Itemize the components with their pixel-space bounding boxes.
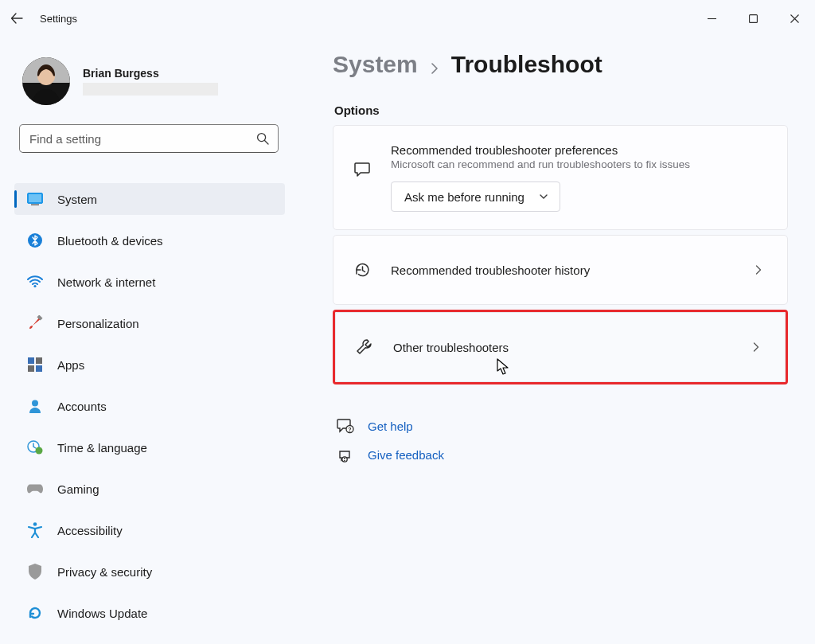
svg-text:?: ? (348, 427, 351, 432)
bluetooth-icon (27, 232, 43, 248)
svg-point-18 (36, 447, 43, 455)
nav-item-accounts[interactable]: Accounts (14, 390, 285, 422)
sidebar: Brian Burgess System (0, 37, 294, 644)
nav-item-system[interactable]: System (14, 183, 285, 215)
profile-name: Brian Burgess (83, 67, 218, 81)
section-title-options: Options (334, 103, 788, 117)
nav-label: Network & internet (57, 275, 155, 289)
nav-item-accessibility[interactable]: Accessibility (14, 514, 285, 546)
svg-rect-15 (36, 365, 42, 372)
svg-rect-8 (31, 205, 39, 206)
nav-item-network[interactable]: Network & internet (14, 266, 285, 298)
update-icon (27, 605, 43, 621)
svg-rect-7 (29, 194, 41, 202)
breadcrumb-root[interactable]: System (333, 51, 418, 78)
card-title: Recommended troubleshooter preferences (391, 143, 768, 157)
close-icon (790, 14, 799, 23)
system-icon (27, 191, 43, 207)
link-text[interactable]: Get help (368, 420, 413, 433)
history-icon (353, 261, 372, 279)
titlebar: Settings (0, 0, 815, 37)
profile-block[interactable]: Brian Burgess (0, 37, 293, 124)
nav-label: Personalization (57, 317, 139, 330)
nav-item-gaming[interactable]: Gaming (14, 473, 285, 505)
person-icon (27, 398, 43, 414)
annotation-highlight: Other troubleshooters (333, 310, 788, 384)
apps-icon (27, 357, 43, 373)
minimize-button[interactable] (691, 0, 732, 37)
dropdown-value: Ask me before running (404, 190, 524, 204)
app-title: Settings (40, 13, 77, 25)
nav-item-privacy[interactable]: Privacy & security (14, 556, 285, 587)
wrench-icon (355, 338, 374, 357)
search-input[interactable] (19, 124, 279, 153)
maximize-icon (749, 14, 758, 23)
link-text[interactable]: Give feedback (368, 448, 444, 462)
nav-list: System Bluetooth & devices Network & int… (0, 183, 293, 638)
nav-label: Gaming (57, 482, 99, 496)
svg-point-10 (33, 285, 36, 287)
nav-label: Windows Update (57, 607, 147, 620)
svg-rect-14 (28, 365, 34, 372)
gamepad-icon (27, 481, 43, 497)
chat-icon (353, 161, 372, 178)
troubleshooter-preference-dropdown[interactable]: Ask me before running (391, 181, 560, 212)
card-title: Other troubleshooters (393, 341, 727, 354)
minimize-icon (708, 14, 716, 23)
card-other-troubleshooters[interactable]: Other troubleshooters (335, 312, 786, 382)
give-feedback-link[interactable]: Give feedback (333, 440, 788, 469)
chevron-right-icon (747, 342, 766, 353)
chevron-down-icon (539, 192, 548, 201)
help-icon: ? (336, 418, 355, 434)
close-button[interactable] (774, 0, 815, 37)
chevron-right-icon (749, 264, 768, 275)
nav-label: Apps (57, 358, 84, 372)
search-box[interactable] (19, 124, 279, 153)
nav-label: Privacy & security (57, 565, 152, 579)
svg-rect-12 (28, 357, 34, 364)
brush-icon (27, 315, 43, 331)
shield-icon (27, 564, 43, 580)
nav-item-personalization[interactable]: Personalization (14, 307, 285, 339)
maximize-button[interactable] (732, 0, 774, 37)
wifi-icon (27, 274, 43, 290)
card-title: Recommended troubleshooter history (391, 263, 730, 277)
clock-globe-icon (27, 439, 43, 455)
nav-label: Accounts (57, 400, 107, 413)
nav-item-apps[interactable]: Apps (14, 349, 285, 381)
get-help-link[interactable]: ? Get help (333, 412, 788, 440)
nav-item-windows-update[interactable]: Windows Update (14, 597, 285, 629)
accessibility-icon (27, 522, 43, 538)
back-button[interactable] (0, 0, 33, 37)
card-subtitle: Microsoft can recommend and run troubles… (391, 158, 768, 170)
back-arrow-icon (10, 12, 23, 25)
svg-point-19 (33, 522, 37, 526)
nav-item-time-language[interactable]: Time & language (14, 431, 285, 463)
avatar (22, 57, 70, 105)
main-panel: System Troubleshoot Options Recommended … (294, 37, 815, 644)
breadcrumb-leaf: Troubleshoot (451, 51, 602, 78)
footer-links: ? Get help Give feedback (333, 412, 788, 469)
svg-rect-13 (36, 357, 42, 364)
feedback-icon (336, 447, 355, 463)
card-troubleshooter-history[interactable]: Recommended troubleshooter history (333, 235, 788, 305)
svg-rect-0 (749, 14, 757, 22)
nav-label: Accessibility (57, 524, 123, 537)
search-icon (256, 132, 269, 145)
chevron-right-icon (429, 61, 440, 72)
nav-label: System (57, 193, 97, 206)
nav-label: Bluetooth & devices (57, 234, 163, 248)
profile-email (83, 83, 218, 96)
nav-label: Time & language (57, 441, 147, 455)
svg-point-23 (344, 458, 345, 459)
nav-item-bluetooth[interactable]: Bluetooth & devices (14, 224, 285, 256)
svg-point-16 (32, 400, 38, 407)
breadcrumb: System Troubleshoot (333, 51, 788, 78)
card-recommended-preferences: Recommended troubleshooter preferences M… (333, 125, 788, 230)
